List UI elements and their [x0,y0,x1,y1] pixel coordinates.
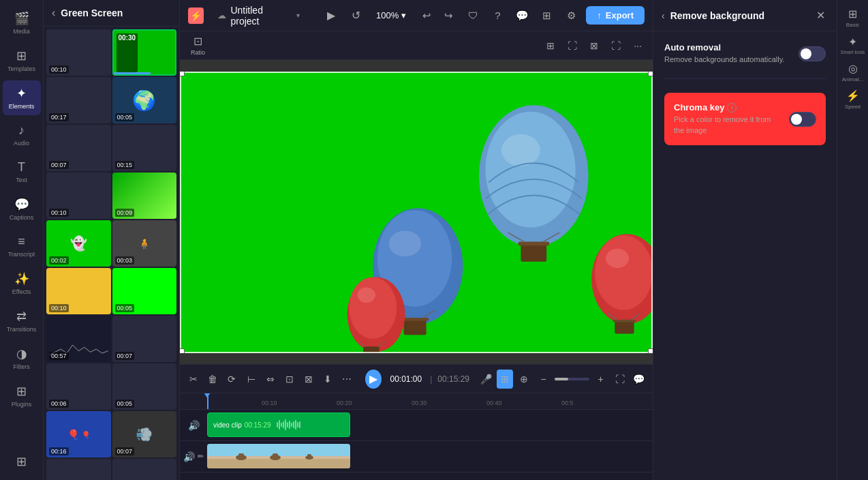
fullscreen-button[interactable]: ⛶ [612,370,628,389]
list-item[interactable]: 00:05 [112,268,177,314]
canvas-tool-1[interactable]: ⊞ [541,36,560,55]
list-item[interactable]: 00:06 [112,459,177,480]
list-item[interactable]: 00:57 [46,316,111,362]
timeline-mic-button[interactable]: 🎤 [478,370,494,389]
animate-tool-button[interactable]: ◎ Animat... [841,60,865,85]
list-item[interactable]: 00:30 [112,29,177,76]
canvas-tool-3[interactable]: ⊠ [585,36,604,55]
auto-removal-toggle[interactable] [799,46,826,61]
redo-button[interactable]: ↪ [439,6,458,25]
chroma-key-toggle[interactable] [789,112,816,127]
list-item[interactable]: 00:17 [46,77,111,123]
list-item[interactable]: 00:10 [46,268,111,314]
undo-button[interactable]: ↩ [417,6,436,25]
play-pause-button[interactable]: ▶ [365,370,382,389]
sidebar-item-templates[interactable]: ⊞ Templates [3,43,41,78]
timeline-mirror-button[interactable]: ⇔ [262,370,279,389]
list-item[interactable]: 00:07 [46,125,111,171]
image-track-sound-icon[interactable]: 🔊 [183,451,195,462]
sidebar-label-captions: Captions [10,214,34,221]
zoom-out-button[interactable]: − [536,370,552,389]
image-track-edit-icon[interactable]: ✏ [198,452,204,461]
timeline-center-button[interactable]: ⊕ [516,370,532,389]
shield-icon-btn[interactable]: 🛡 [463,6,482,25]
list-item[interactable]: 00:10 [46,172,111,219]
sidebar-item-captions[interactable]: 💬 Captions [3,192,41,226]
sidebar-item-audio[interactable]: ♪ Audio [3,118,41,152]
close-panel-button[interactable]: ✕ [812,7,828,24]
sidebar-label-audio: Audio [14,140,29,147]
list-item[interactable]: 00:05 [112,363,177,410]
comments-icon-btn[interactable]: 💬 [512,6,531,25]
timeline-zoom-icon[interactable]: ⊞ [497,370,513,389]
canvas-tool-2[interactable]: ⛶ [563,36,582,55]
svg-rect-17 [615,320,634,333]
chroma-key-toggle-thumb [791,114,802,125]
sidebar-item-transitions[interactable]: ⇄ Transitions [3,303,41,338]
export-label: Export [606,10,634,20]
sidebar-item-elements[interactable]: ✦ Elements [3,80,41,115]
video-canvas[interactable]: ↺ [180,72,653,353]
layout-icon-btn[interactable]: ⊞ [537,6,556,25]
playhead-line[interactable] [207,393,208,409]
list-item[interactable]: 👻 00:02 [46,220,111,267]
chroma-key-info: Chroma key i Pick a color to remove it f… [674,102,781,136]
basic-tool-button[interactable]: ⊞ Basic [841,5,865,30]
sidebar-item-filters[interactable]: ◑ Filters [3,341,41,376]
list-item[interactable]: 🌍 00:05 [112,77,177,123]
list-item[interactable]: 00:15 [46,459,111,480]
canvas-tool-4[interactable]: ⛶ [606,36,625,55]
export-button[interactable]: ↑ Export [586,6,645,25]
svg-rect-37 [307,454,311,458]
replay-button[interactable]: ↺ [346,6,365,25]
ruler-mark: 00:20 [337,400,352,406]
timeline-loop-button[interactable]: ⟳ [223,370,240,389]
media-panel-back-button[interactable]: ‹ [52,7,55,19]
transcript-icon: ≡ [18,235,25,249]
timeline-delete-button[interactable]: 🗑 [204,370,221,389]
timeline-cut-button[interactable]: ✂ [185,370,202,389]
sidebar-item-settings[interactable]: ⊞ [3,449,41,475]
list-item[interactable]: 🧍 00:03 [112,220,177,267]
list-item[interactable]: 00:09 [112,172,177,219]
smart-tools-button[interactable]: ✦ Smart tools [841,33,865,57]
image-clip[interactable] [207,444,350,468]
list-item[interactable]: 00:15 [112,125,177,171]
list-item[interactable]: 💨 00:07 [112,411,177,457]
sidebar-item-media[interactable]: 🎬 Media [3,5,41,40]
timeline-more-button[interactable]: ⋯ [339,370,355,389]
track-sound-icon[interactable]: 🔊 [188,420,200,431]
svg-point-24 [349,277,397,339]
zoom-control[interactable]: 100% ▾ [371,7,412,23]
svg-point-2 [501,134,540,166]
sidebar-item-effects[interactable]: ✨ Effects [3,266,41,301]
sidebar-item-plugins[interactable]: ⊞ Plugins [3,378,41,413]
zoom-in-button[interactable]: + [592,370,608,389]
caption-button[interactable]: 💬 [631,370,647,389]
speed-tool-icon: ⚡ [846,89,860,102]
media-icon: 🎬 [14,11,29,26]
project-name-button[interactable]: ☁ Untitled project ▾ [212,2,305,29]
list-item[interactable]: 🎈🎈 00:16 [46,411,111,457]
timeline-flip-button[interactable]: ⊠ [300,370,317,389]
help-icon-btn[interactable]: ? [488,6,507,25]
sidebar-item-text[interactable]: T Text [3,155,41,189]
canvas-tool-more[interactable]: ··· [628,36,647,55]
list-item[interactable]: 00:06 [46,363,111,410]
zoom-slider[interactable] [555,378,590,380]
timeline-duplicate-button[interactable]: ⊡ [281,370,298,389]
remove-background-content: Auto removal Remove backgrounds automati… [653,31,837,480]
media-panel-title: Green Screen [61,7,123,18]
ratio-button[interactable]: ⊡ Ratio [185,32,211,59]
settings-top-btn[interactable]: ⚙ [561,6,580,25]
play-button-top[interactable]: ▶ [322,6,341,25]
sidebar-item-transcript[interactable]: ≡ Transcript [3,229,41,263]
back-panel-button[interactable]: ‹ [662,10,665,21]
speed-tool-button[interactable]: ⚡ Speed [841,87,865,112]
timeline-split-button[interactable]: ⊢ [243,370,259,389]
list-item[interactable]: 00:07 [112,316,177,362]
list-item[interactable]: 00:10 [46,29,111,76]
video-clip[interactable]: video clip 00:15:29 [207,412,350,437]
timeline-download-button[interactable]: ⬇ [320,370,336,389]
chroma-key-info-icon[interactable]: i [727,103,737,112]
